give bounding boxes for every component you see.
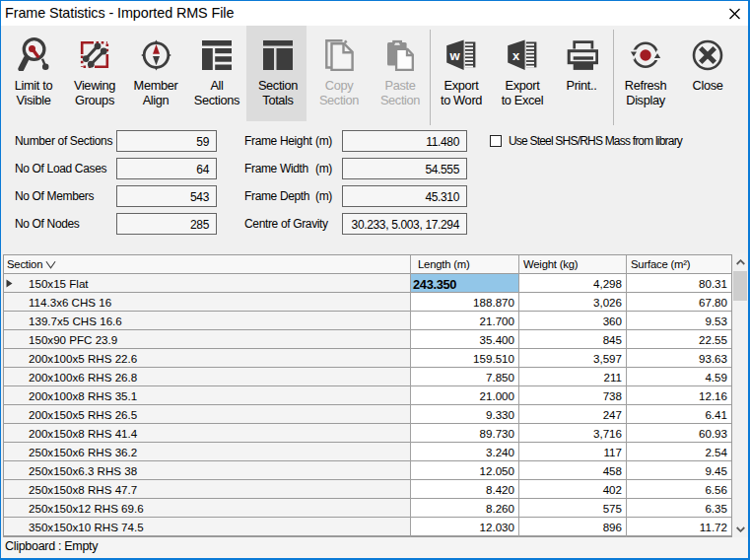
- svg-text:x: x: [512, 48, 520, 63]
- svg-text:w: w: [449, 48, 461, 63]
